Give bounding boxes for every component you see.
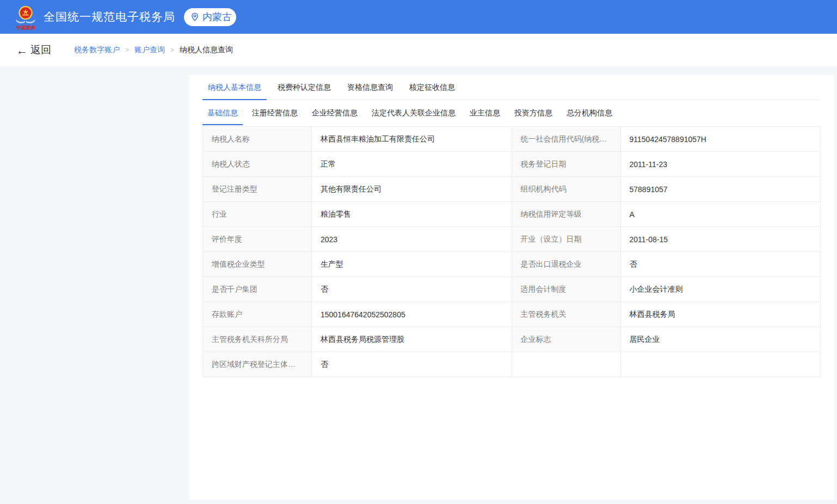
tab-assessed-collection-info[interactable]: 核定征收信息 [404,75,460,100]
location-label: 内蒙古 [202,10,232,23]
brand: 中国税务 全国统一规范电子税务局 [14,2,175,32]
field-label: 是否出口退税企业 [512,252,620,277]
field-value: 2011-11-23 [620,152,821,177]
field-label: 税务登记日期 [512,152,620,177]
table-row: 增值税企业类型 生产型 是否出口退税企业 否 [203,252,821,277]
breadcrumb-separator-icon: > [170,46,174,54]
field-value: A [620,202,821,227]
field-label: 纳税人名称 [203,127,312,152]
content-card: 纳税人基本信息 税费种认定信息 资格信息查询 核定征收信息 基础信息 注册经营信… [189,75,834,500]
field-label: 登记注册类型 [203,177,312,202]
field-label: 企业标志 [512,327,620,352]
table-row: 评价年度 2023 开业（设立）日期 2011-08-15 [203,227,821,252]
field-label: 是否千户集团 [203,277,312,302]
field-label: 跨区域财产税登记主体标志 [203,352,312,377]
field-label: 纳税信用评定等级 [512,202,620,227]
back-button[interactable]: ← 返回 [16,43,51,57]
tab-taxpayer-basic-info[interactable]: 纳税人基本信息 [202,75,267,100]
back-arrow-icon: ← [16,45,28,56]
field-value: 578891057 [620,177,821,202]
subtab-basic-info[interactable]: 基础信息 [202,100,243,126]
sub-tabs: 基础信息 注册经营信息 企业经营信息 法定代表人关联企业信息 业主信息 投资方信… [202,100,821,126]
field-value: 2023 [312,227,512,252]
table-row: 主管税务机关科所分局 林西县税务局税源管理股 企业标志 居民企业 [203,327,821,352]
tab-tax-type-determination-info[interactable]: 税费种认定信息 [272,75,336,100]
field-value: 91150424578891057H [620,127,821,152]
field-label: 开业（设立）日期 [512,227,620,252]
field-label: 评价年度 [203,227,312,252]
app-title: 全国统一规范电子税务局 [44,9,175,24]
table-row: 登记注册类型 其他有限责任公司 组织机构代码 578891057 [203,177,821,202]
subtab-legal-rep-related-enterprise-info[interactable]: 法定代表人关联企业信息 [367,100,460,126]
field-label: 适用会计制度 [512,277,620,302]
field-label: 纳税人状态 [203,152,312,177]
tax-emblem-icon: 中国税务 [14,4,37,32]
subtab-registration-business-info[interactable]: 注册经营信息 [247,100,303,126]
field-label: 组织机构代码 [512,177,620,202]
field-label: 统一社会信用代码(纳税人... [512,127,620,152]
subtab-owner-info[interactable]: 业主信息 [465,100,505,126]
field-value: 小企业会计准则 [620,277,821,302]
back-label: 返回 [30,43,51,57]
field-value: 其他有限责任公司 [312,177,512,202]
field-value: 2011-08-15 [620,227,821,252]
tab-qualification-info-query[interactable]: 资格信息查询 [342,75,398,100]
empty-cell [512,352,620,377]
location-pin-icon [190,13,199,21]
field-value: 粮油零售 [312,202,512,227]
table-row: 存款账户 15001647642052502805 主管税务机关 林西县税务局 [203,302,821,327]
main-tabs: 纳税人基本信息 税费种认定信息 资格信息查询 核定征收信息 [202,75,821,100]
breadcrumb: 税务数字账户 > 账户查询 > 纳税人信息查询 [74,45,233,55]
field-label: 行业 [203,202,312,227]
field-value: 否 [312,277,512,302]
table-row: 是否千户集团 否 适用会计制度 小企业会计准则 [203,277,821,302]
field-value: 正常 [312,152,512,177]
breadcrumb-separator-icon: > [125,46,129,54]
table-row: 行业 粮油零售 纳税信用评定等级 A [203,202,821,227]
field-label: 增值税企业类型 [203,252,312,277]
field-value: 林西县恒丰粮油加工有限责任公司 [312,127,512,152]
table-row: 跨区域财产税登记主体标志 否 [203,352,821,377]
taxpayer-info-table: 纳税人名称 林西县恒丰粮油加工有限责任公司 统一社会信用代码(纳税人... 91… [202,126,821,377]
field-label: 存款账户 [203,302,312,327]
breadcrumb-current-taxpayer-info-query: 纳税人信息查询 [180,45,233,55]
field-value: 林西县税务局税源管理股 [312,327,512,352]
empty-cell [620,352,821,377]
page-body: 纳税人基本信息 税费种认定信息 资格信息查询 核定征收信息 基础信息 注册经营信… [0,66,837,504]
field-value: 生产型 [312,252,512,277]
svg-text:中国税务: 中国税务 [16,25,36,30]
field-value: 15001647642052502805 [312,302,512,327]
subtab-head-branch-info[interactable]: 总分机构信息 [562,100,617,126]
field-label: 主管税务机关 [512,302,620,327]
field-label: 主管税务机关科所分局 [203,327,312,352]
location-pill[interactable]: 内蒙古 [184,8,236,26]
table-row: 纳税人名称 林西县恒丰粮油加工有限责任公司 统一社会信用代码(纳税人... 91… [203,127,821,152]
breadcrumb-link-tax-digital-account[interactable]: 税务数字账户 [74,45,120,55]
app-header: 中国税务 全国统一规范电子税务局 内蒙古 [0,0,837,34]
field-value: 否 [312,352,512,377]
breadcrumb-link-account-query[interactable]: 账户查询 [134,45,165,55]
field-value: 居民企业 [620,327,821,352]
table-row: 纳税人状态 正常 税务登记日期 2011-11-23 [203,152,821,177]
subtab-investor-info[interactable]: 投资方信息 [509,100,557,126]
field-value: 林西县税务局 [620,302,821,327]
subtab-enterprise-business-info[interactable]: 企业经营信息 [307,100,362,126]
field-value: 否 [620,252,821,277]
breadcrumb-bar: ← 返回 税务数字账户 > 账户查询 > 纳税人信息查询 [0,34,837,66]
